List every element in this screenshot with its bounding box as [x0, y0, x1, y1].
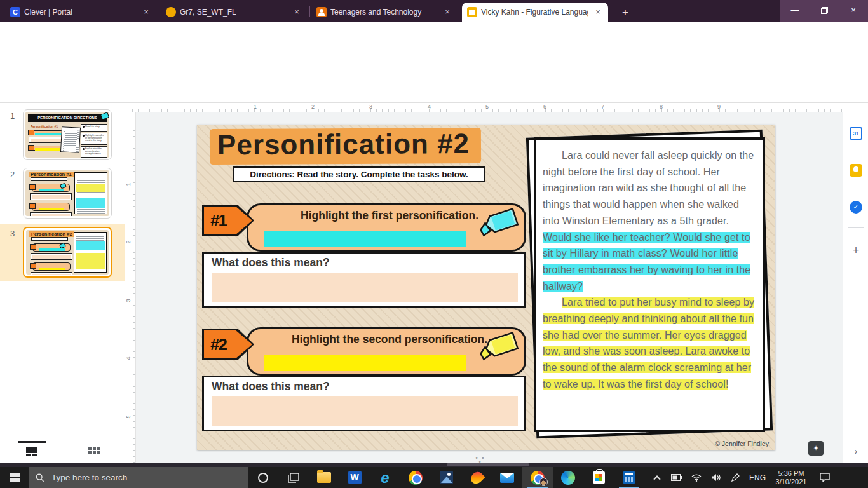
close-window-button[interactable]: ×	[839, 0, 868, 22]
slide-filmstrip: 1 PERSONIFICATION DIRECTIONS Personifica…	[0, 103, 125, 463]
start-button[interactable]	[0, 467, 29, 488]
thumb-title: Personification #1	[29, 172, 74, 177]
wifi-icon	[691, 474, 702, 482]
task1-question-box[interactable]: What does this mean?	[202, 252, 526, 308]
tab-gr7[interactable]: Gr7, SE_WT_FL ×	[161, 3, 307, 22]
file-explorer-button[interactable]	[309, 467, 339, 488]
explore-button[interactable]: ✦	[808, 441, 824, 456]
slide-canvas[interactable]: Personification #2 Directions: Read the …	[197, 125, 775, 450]
filmstrip-view-icon[interactable]	[25, 447, 38, 457]
story-cyan-highlighted-text[interactable]: Would she like her teacher? Would she ge…	[543, 232, 750, 292]
tab-close-icon[interactable]: ×	[593, 7, 603, 17]
chrome-button[interactable]	[400, 467, 431, 488]
system-tray: ENG 5:36 PM 3/10/2021	[648, 467, 836, 488]
story-paper[interactable]: Lara could never fall asleep quickly on …	[527, 132, 769, 440]
slide-2-thumbnail[interactable]: Personification #1	[23, 168, 112, 219]
story-plain-text: Lara could never fall asleep quickly on …	[543, 150, 754, 226]
task2-question: What does this mean?	[212, 380, 330, 393]
copyright-credit: © Jennifer Findley	[715, 440, 769, 447]
tab-close-icon[interactable]: ×	[292, 7, 302, 17]
volume-indicator[interactable]	[707, 467, 724, 488]
slide-3-thumbnail[interactable]: Personification #2	[23, 227, 112, 278]
thumb-tag	[30, 244, 36, 250]
hruler-number: 1	[254, 104, 257, 110]
grid-view-icon[interactable]	[88, 447, 100, 457]
hruler-number: 8	[660, 104, 663, 110]
story-paper-front-sheet[interactable]: Lara could never fall asleep quickly on …	[534, 137, 765, 432]
cortana-button[interactable]	[248, 467, 278, 488]
filmstrip-view-buttons	[0, 441, 125, 463]
windows-taskbar: W e	[0, 467, 868, 488]
task2-question-box[interactable]: What does this mean?	[202, 376, 526, 431]
tab-close-icon[interactable]: ×	[442, 7, 452, 17]
hruler-number: 3	[369, 104, 372, 110]
filmstrip-slide-2[interactable]: 2 Personification #1	[0, 165, 125, 222]
thumb-answer	[31, 272, 72, 274]
gr7-favicon	[166, 7, 176, 17]
hruler-number: 2	[311, 104, 315, 110]
chrome-profile-button-active[interactable]	[522, 467, 553, 488]
task1-tag-label: #1	[204, 207, 252, 234]
story-yellow-highlighted-text[interactable]: Lara tried to put her busy mind to sleep…	[543, 297, 754, 390]
calculator-icon	[623, 471, 635, 484]
taskbar-search[interactable]	[29, 467, 248, 488]
vertical-ruler: 1 2 3 4 5	[125, 112, 136, 463]
story-text: Lara could never fall asleep quickly on …	[543, 147, 756, 393]
vruler-number: 2	[125, 240, 132, 243]
filmstrip-slide-3-selected[interactable]: 3 Personification #2	[0, 224, 125, 281]
slide-1-thumbnail[interactable]: PERSONIFICATION DIRECTIONS Personificati…	[23, 109, 112, 160]
task2-highlight-bar-yellow[interactable]	[264, 355, 466, 371]
task2-answer-area[interactable]	[212, 396, 518, 426]
search-input[interactable]	[50, 472, 209, 483]
keep-icon[interactable]	[850, 164, 862, 177]
tab-clever-portal[interactable]: C Clever | Portal ×	[5, 3, 156, 22]
thumb-answer	[30, 193, 72, 200]
paint3d-button[interactable]	[461, 467, 492, 488]
language-indicator[interactable]: ENG	[747, 473, 768, 482]
pen-icon	[731, 473, 740, 482]
task-view-button[interactable]	[278, 467, 309, 488]
task1-highlight-bar-cyan[interactable]	[264, 231, 466, 247]
horizontal-scrollbar[interactable]	[0, 463, 868, 467]
thumb-story-page	[60, 126, 81, 153]
tray-expand-button[interactable]	[648, 467, 665, 488]
task1-answer-area[interactable]	[212, 273, 518, 302]
restore-button[interactable]	[810, 0, 839, 22]
cortana-icon	[258, 473, 268, 483]
speaker-notes-handle[interactable]: • • •	[473, 456, 488, 461]
file-explorer-icon	[317, 472, 331, 483]
scrollbar-thumb[interactable]	[447, 463, 529, 466]
tasks-icon[interactable]: ✓	[850, 201, 862, 214]
mail-button[interactable]	[492, 467, 522, 488]
tab-vicky-kahn-active[interactable]: Vicky Kahn - Figurative Language ×	[462, 3, 608, 22]
task-view-icon	[288, 473, 299, 483]
store-button[interactable]	[583, 467, 614, 488]
tab-separator	[159, 6, 159, 17]
wifi-indicator[interactable]	[688, 467, 705, 488]
calculator-button-active[interactable]	[614, 467, 644, 488]
pen-indicator[interactable]	[727, 467, 744, 488]
clock-date: 3/10/2021	[771, 478, 811, 486]
add-addon-icon[interactable]: +	[850, 244, 862, 257]
filmstrip-slide-1[interactable]: 1 PERSONIFICATION DIRECTIONS Personifica…	[0, 106, 125, 163]
new-tab-button[interactable]: +	[618, 5, 633, 20]
word-button[interactable]: W	[339, 467, 370, 488]
slide-title[interactable]: Personification #2	[210, 128, 481, 165]
tab-close-icon[interactable]: ×	[141, 7, 151, 17]
battery-indicator[interactable]	[668, 467, 685, 488]
minimize-button[interactable]: —	[780, 0, 810, 22]
tab-teenagers[interactable]: Teenagers and Technology ×	[311, 3, 458, 22]
google-side-panel: 31 ✓ + ›	[843, 103, 868, 463]
calendar-icon[interactable]: 31	[850, 127, 862, 140]
internet-explorer-button[interactable]: e	[370, 467, 400, 488]
photos-button[interactable]	[431, 467, 461, 488]
taskbar-clock[interactable]: 5:36 PM 3/10/2021	[771, 470, 811, 486]
edge-button[interactable]	[553, 467, 583, 488]
clever-favicon: C	[10, 7, 20, 17]
action-center-button[interactable]	[814, 467, 836, 488]
screen: C Clever | Portal × Gr7, SE_WT_FL × Teen…	[0, 0, 868, 488]
collapse-side-panel-icon[interactable]: ›	[850, 445, 862, 458]
vruler-number: 1	[125, 182, 132, 186]
directions-box[interactable]: Directions: Read the story. Complete the…	[233, 166, 485, 182]
thumb-direction-2: Highlight examples of personification us…	[81, 133, 107, 145]
